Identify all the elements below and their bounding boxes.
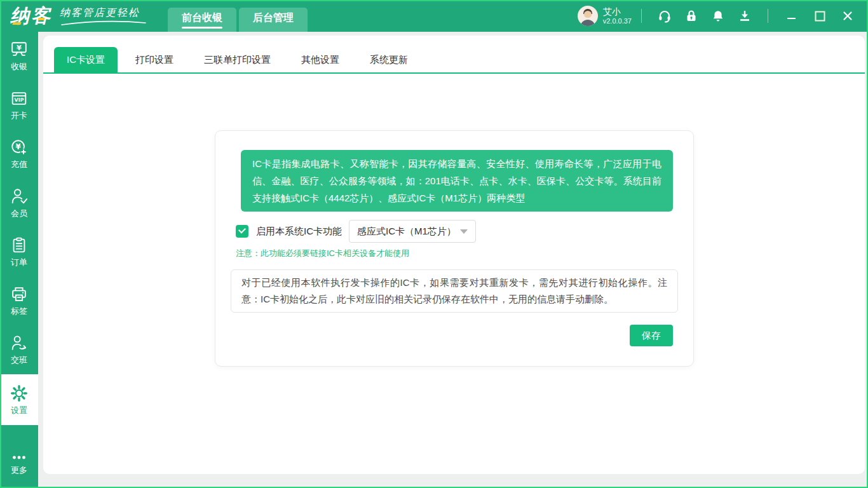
divider [768, 9, 768, 23]
topbar-right: 艾小 v2.0.0.37 [578, 6, 868, 26]
slogan-underline-swoosh [60, 20, 147, 26]
lock-icon[interactable] [678, 8, 705, 24]
logo-accent [37, 18, 44, 20]
settings-gear-icon [10, 384, 29, 403]
tab-other-settings[interactable]: 其他设置 [288, 47, 352, 72]
avatar-head [584, 11, 592, 18]
save-button[interactable]: 保存 [630, 325, 673, 346]
ic-card-settings-card: IC卡是指集成电路卡、又称智能卡，因其存储容量高、安全性好、使用寿命长等，广泛应… [215, 130, 694, 367]
sidebar: ¥ 收银 VIP 开卡 ¥ 充值 会员 [0, 32, 38, 488]
tab-triplicate-print-settings[interactable]: 三联单打印设置 [191, 47, 283, 72]
sidebar-item-labels[interactable]: 标签 [0, 276, 38, 325]
vip-card-icon: VIP [10, 89, 29, 108]
recharge-icon: ¥ [10, 138, 29, 157]
bell-icon[interactable] [705, 8, 731, 24]
enable-ic-label: 启用本系统IC卡功能 [256, 226, 342, 238]
divider [641, 9, 642, 23]
sidebar-item-more[interactable]: 更多 [0, 442, 38, 485]
active-underline [182, 27, 222, 29]
settings-panel: IC卡设置 打印设置 三联单打印设置 其他设置 系统更新 IC卡是指集成电路卡、… [43, 36, 865, 474]
device-note: 注意：此功能必须要链接IC卡相关设备才能使用 [236, 248, 409, 259]
user-name: 艾小 [603, 6, 632, 17]
svg-text:¥: ¥ [17, 44, 22, 52]
sidebar-item-orders[interactable]: 订单 [0, 227, 38, 276]
chevron-down-icon [460, 229, 468, 234]
sidebar-item-shift[interactable]: 交班 [0, 325, 38, 374]
sidebar-item-recharge[interactable]: ¥ 充值 [0, 130, 38, 179]
init-description-box: 对于已经使用本软件执行发卡操作的IC卡，如果需要对其重新发卡，需先对其进行初始化… [231, 269, 678, 313]
app-logo: 纳客 [10, 0, 52, 32]
nav-tab-front-cashier[interactable]: 前台收银 [168, 8, 236, 32]
sidebar-item-member[interactable]: 会员 [0, 179, 38, 227]
orders-icon [10, 236, 29, 255]
ic-card-info-banner: IC卡是指集成电路卡、又称智能卡，因其存储容量高、安全性好、使用寿命长等，广泛应… [241, 150, 673, 212]
settings-tabs: IC卡设置 打印设置 三联单打印设置 其他设置 系统更新 [43, 36, 865, 74]
more-dots-icon [10, 452, 29, 463]
user-meta: 艾小 v2.0.0.37 [603, 6, 632, 25]
svg-text:¥: ¥ [16, 142, 21, 151]
brand-slogan: 纳客管店更轻松 [60, 6, 147, 26]
sidebar-item-settings[interactable]: 设置 [0, 374, 38, 425]
enable-ic-checkbox[interactable] [236, 225, 248, 238]
topbar: 纳客 纳客管店更轻松 前台收银 后台管理 艾小 v2.0.0.37 [0, 0, 868, 32]
minimize-button[interactable] [778, 11, 806, 21]
shift-icon [10, 334, 29, 353]
main-area: IC卡设置 打印设置 三联单打印设置 其他设置 系统更新 IC卡是指集成电路卡、… [38, 32, 868, 488]
logo-accent [12, 22, 21, 25]
download-icon[interactable] [731, 8, 758, 24]
label-printer-icon [10, 285, 29, 304]
close-button[interactable] [834, 11, 862, 21]
active-underline [253, 27, 294, 29]
enable-ic-row: 启用本系统IC卡功能 感应式IC卡（M1芯片） [236, 220, 476, 243]
sidebar-item-open-card[interactable]: VIP 开卡 [0, 81, 38, 130]
card-type-select[interactable]: 感应式IC卡（M1芯片） [349, 220, 476, 243]
sidebar-item-cashier[interactable]: ¥ 收银 [0, 32, 38, 81]
card-type-value: 感应式IC卡（M1芯片） [357, 226, 456, 238]
tab-ic-card-settings[interactable]: IC卡设置 [54, 47, 118, 72]
app-version: v2.0.0.37 [603, 17, 632, 25]
cashier-icon: ¥ [10, 40, 29, 59]
svg-text:VIP: VIP [15, 97, 24, 103]
member-icon [10, 187, 29, 206]
topbar-nav: 前台收银 后台管理 [168, 8, 308, 32]
maximize-button[interactable] [806, 11, 834, 22]
avatar[interactable] [578, 6, 598, 26]
customer-service-icon[interactable] [651, 8, 678, 24]
tab-print-settings[interactable]: 打印设置 [123, 47, 186, 72]
nav-tab-backstage-management[interactable]: 后台管理 [239, 8, 308, 32]
tab-system-update[interactable]: 系统更新 [357, 47, 421, 72]
avatar-body [580, 20, 595, 26]
